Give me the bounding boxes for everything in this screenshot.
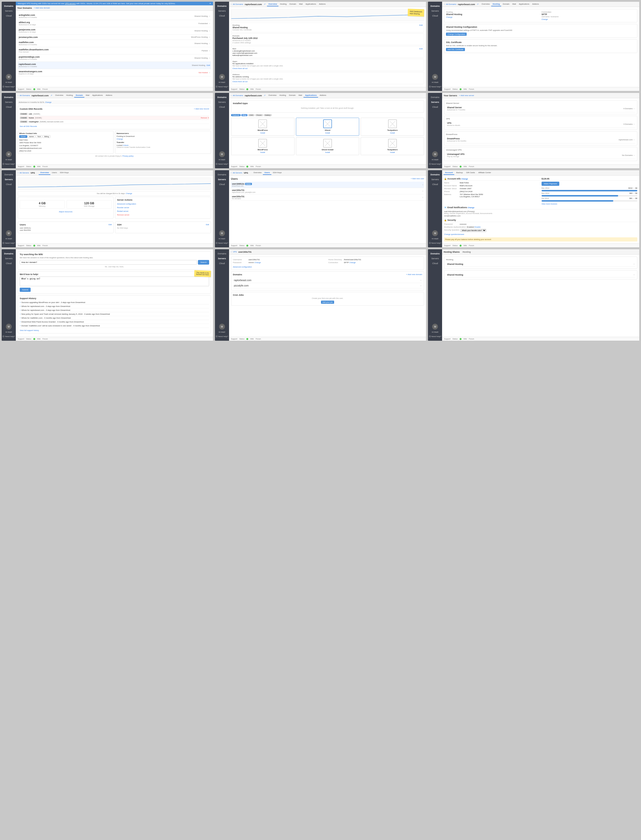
tab-mail[interactable]: Mail [298, 2, 304, 6]
tab-addons[interactable]: Addons [104, 94, 114, 98]
tab-billing[interactable]: Billing [43, 135, 50, 138]
domain-item-mattfefen-dream[interactable]: mattfefen.dreamhasters.comFree domain Pa… [18, 47, 211, 55]
change-connection-link[interactable]: Change [541, 18, 548, 21]
advanced-config-link[interactable]: Advanced configuration [233, 266, 252, 268]
support-link[interactable]: Support [18, 88, 24, 90]
wiki-link[interactable]: Wiki [464, 88, 467, 90]
reorder-server-link[interactable]: Reorder server [117, 206, 209, 210]
sidebar-item-domains[interactable]: Domains [2, 95, 16, 100]
submit-btn[interactable]: Submit [20, 288, 31, 292]
sidebar-item-cloud[interactable]: Cloud [2, 182, 16, 187]
change-hosting-link[interactable]: Change [446, 16, 452, 18]
tab-ssh-keys[interactable]: SSH Keys [271, 171, 283, 175]
wiki-link[interactable]: Wiki [464, 165, 467, 168]
tab-mail[interactable]: Mail [84, 94, 91, 98]
tab-addons[interactable]: Addons [318, 94, 327, 98]
add-domain-link[interactable]: + Add new domain [34, 7, 50, 9]
change-config-btn[interactable]: Change Configuration [446, 32, 467, 36]
support-link[interactable]: Support [444, 338, 450, 340]
tab-affiliate[interactable]: Affiliate Center [477, 171, 493, 175]
tab-hosting[interactable]: Hosting [65, 94, 74, 98]
sidebar-item-cloud[interactable]: Cloud [215, 261, 229, 266]
need-help[interactable]: ⓪ Need help? [2, 241, 15, 245]
need-help[interactable]: ⓪ Need help? [428, 334, 442, 339]
sidebar-item-domains[interactable]: Domains [2, 172, 16, 177]
check-apps-link[interactable]: Check them all out [232, 68, 248, 69]
wiki-link[interactable]: Wiki [250, 165, 254, 168]
sidebar-item-cloud[interactable]: Cloud [215, 105, 229, 110]
close-icon[interactable]: ✕ [209, 2, 211, 5]
view-invoices-link[interactable]: View more invoices [541, 203, 557, 205]
install-wordpress-link[interactable]: Install [233, 132, 293, 134]
tab-overview[interactable]: Overview [39, 171, 50, 175]
sidebar-item-domains[interactable]: Domains [215, 251, 229, 256]
change-renewal-link[interactable]: Change [45, 101, 51, 103]
sidebar-item-servers[interactable]: Servers [215, 100, 229, 105]
tab-overview[interactable]: Overview [267, 2, 279, 6]
tab-overview[interactable]: Overview [267, 94, 278, 98]
privacy-policy-link[interactable]: Privacy policy [122, 155, 134, 157]
tab-gift-cards[interactable]: Gift Cards [465, 171, 477, 175]
user-row-1[interactable]: user184912u Admin dreamhost.com › [231, 182, 424, 188]
remove-record-btn[interactable]: Remove ✕ [201, 117, 209, 119]
external-link[interactable]: ↗ [264, 94, 266, 97]
install-textpattern-2-link[interactable]: Install [362, 151, 422, 153]
sidebar-item-servers[interactable]: Servers [215, 177, 229, 182]
sidebar-item-cloud[interactable]: Cloud [428, 261, 442, 266]
support-link[interactable]: Support [18, 338, 24, 340]
advanced-config-link[interactable]: Advanced configuration [117, 202, 209, 206]
restart-server-link[interactable]: Restart server [117, 210, 209, 213]
sidebar-item-servers[interactable]: Servers [428, 177, 442, 182]
need-help[interactable]: ⓪ Need help? [2, 334, 15, 339]
tab-admin[interactable]: Admin [28, 135, 35, 138]
tab-hosting[interactable]: Hosting [278, 94, 287, 98]
tab-featured[interactable]: Featured [231, 114, 241, 116]
back-vps[interactable]: ← VPS [230, 251, 237, 253]
wiki-link[interactable]: Wiki [37, 338, 40, 340]
tab-overview[interactable]: Overview [252, 171, 263, 175]
domain-item-raptorbeast[interactable]: raptorbeast.comActivenow in 4 months Sha… [18, 62, 211, 69]
domain-item-ardogiteler[interactable]: ardogiteler.comActivenow in 8 months Sha… [18, 13, 211, 20]
sidebar-item-domains[interactable]: Domains [215, 95, 229, 100]
user-row-2[interactable]: user193u731 raptorbeast.com, pizzalyfe.c… [231, 188, 424, 194]
sidebar-item-domains[interactable]: Domains [428, 95, 442, 100]
change-email-link[interactable]: Change [468, 206, 474, 209]
mail-edit-link[interactable]: Edit [419, 48, 423, 56]
need-help[interactable]: ⓪ Need help? [428, 162, 442, 166]
domain-item-jeromecycles[interactable]: jeromecycles.com WordPress Hosting› [18, 34, 211, 40]
forum-link[interactable]: Forum [469, 338, 474, 340]
sidebar-item-cloud[interactable]: Cloud [2, 261, 16, 266]
add-domain-link[interactable]: + Add new domain [406, 273, 422, 277]
sidebar-item-servers[interactable]: Servers [215, 8, 229, 13]
support-link[interactable]: Support [231, 165, 237, 168]
app-wordpress-1[interactable]: WordPress Install [231, 118, 295, 136]
domain-item-wearenot[interactable]: wearetnotrangers.comExpires in 23 days N… [18, 69, 211, 76]
sidebar-item-cloud[interactable]: Cloud [215, 13, 229, 18]
back-all-servers[interactable]: ← All Servers [230, 172, 242, 174]
sidebar-item-domains[interactable]: Domains [215, 4, 229, 8]
shared-hosting-item-2[interactable]: Shared Hosting › [446, 272, 635, 277]
wiki-link[interactable]: Wiki [37, 88, 40, 90]
remove-server-link[interactable]: Remove server [117, 213, 209, 217]
tab-users[interactable]: Users [263, 171, 271, 175]
forum-link[interactable]: Forum [469, 165, 474, 168]
tab-cms[interactable]: CMS [248, 114, 255, 116]
need-help[interactable]: ⓪ Need help? [428, 241, 442, 245]
need-help[interactable]: ⓪ Need help? [215, 334, 229, 339]
tab-overview[interactable]: Overview [480, 2, 491, 6]
need-help[interactable]: ⓪ Need help? [2, 84, 15, 89]
adjust-resources-link[interactable]: Adjust resources [59, 211, 72, 213]
support-link[interactable]: Support [18, 244, 24, 247]
back-all-domains[interactable]: ← All Domains [17, 94, 30, 97]
change-connection-link[interactable]: Change [349, 261, 356, 264]
change-password-link[interactable]: Change [254, 261, 261, 264]
app-wordpress-2[interactable]: WordPress Install [231, 137, 295, 155]
server-item-dreampress[interactable]: DreamPressActivenow in 50 months raptorb… [446, 136, 635, 143]
sidebar-item-servers[interactable]: Servers [2, 8, 16, 13]
user-domain-1[interactable]: raptorbeast.com › [233, 278, 422, 283]
sidebar-item-cloud[interactable]: Cloud [428, 182, 442, 187]
add-record-link[interactable]: + Add new record [194, 108, 209, 111]
sidebar-item-cloud[interactable]: Cloud [2, 13, 16, 18]
tab-ssh-keys[interactable]: SSH Keys [58, 171, 70, 175]
add-server-link[interactable]: + Add new server [459, 94, 474, 97]
